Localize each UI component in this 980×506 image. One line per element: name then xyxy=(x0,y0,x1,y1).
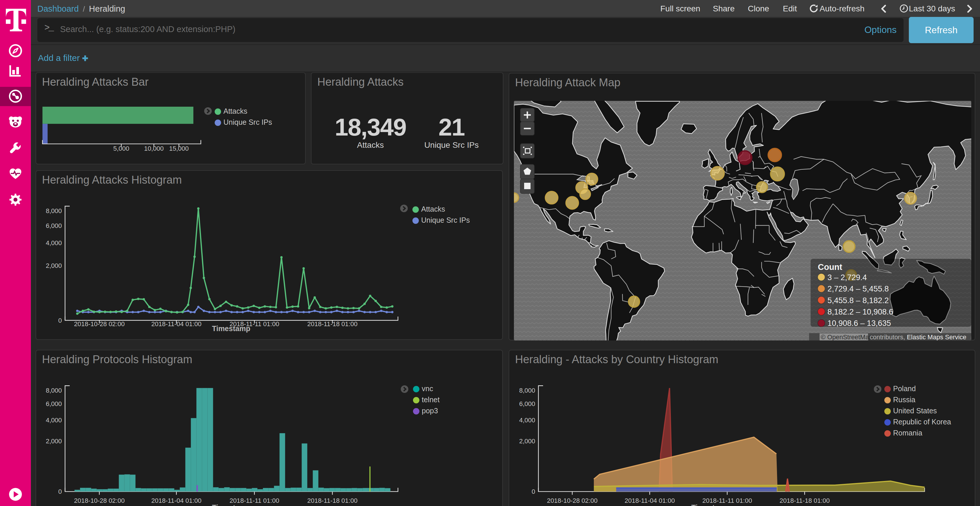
svg-text:2018-10-28 02:00: 2018-10-28 02:00 xyxy=(74,497,125,504)
svg-text:4,000: 4,000 xyxy=(46,417,62,424)
svg-text:10,000: 10,000 xyxy=(144,145,164,152)
svg-text:8,182.2 – 10,908.6: 8,182.2 – 10,908.6 xyxy=(827,308,893,316)
svg-text:5,000: 5,000 xyxy=(113,145,129,152)
svg-text:contributors, Elastic Maps Ser: contributors, Elastic Maps Service xyxy=(870,333,966,341)
svg-text:2,000: 2,000 xyxy=(46,262,62,269)
svg-text:6,000: 6,000 xyxy=(519,400,535,408)
svg-text:Timestamp: Timestamp xyxy=(212,324,251,333)
svg-text:6,000: 6,000 xyxy=(46,400,62,408)
svg-text:0: 0 xyxy=(58,488,62,495)
svg-text:0: 0 xyxy=(58,317,62,324)
svg-text:6,000: 6,000 xyxy=(46,222,62,229)
svg-text:0: 0 xyxy=(532,488,535,495)
svg-text:10,908.6 – 13,635: 10,908.6 – 13,635 xyxy=(827,319,891,328)
svg-text:15,000: 15,000 xyxy=(169,145,189,152)
svg-text:8,000: 8,000 xyxy=(46,387,62,394)
svg-text:3 – 2,729.4: 3 – 2,729.4 xyxy=(827,273,867,282)
svg-text:2,000: 2,000 xyxy=(46,438,62,445)
svg-text:2018-11-04 01:00: 2018-11-04 01:00 xyxy=(151,320,202,328)
svg-text:4,000: 4,000 xyxy=(519,417,535,424)
svg-text:2018-11-18 01:00: 2018-11-18 01:00 xyxy=(307,320,358,328)
svg-text:8,000: 8,000 xyxy=(519,387,535,394)
svg-text:Timestamp: Timestamp xyxy=(691,503,730,506)
svg-text:5,455.8 – 8,182.2: 5,455.8 – 8,182.2 xyxy=(827,296,889,305)
svg-text:2018-11-04 01:00: 2018-11-04 01:00 xyxy=(625,497,675,504)
svg-text:2018-10-28 02:00: 2018-10-28 02:00 xyxy=(547,497,598,504)
svg-text:4,000: 4,000 xyxy=(46,239,62,247)
svg-text:2,729.4 – 5,455.8: 2,729.4 – 5,455.8 xyxy=(827,284,889,293)
svg-text:2018-10-28 02:00: 2018-10-28 02:00 xyxy=(74,320,125,328)
svg-text:2018-11-18 01:00: 2018-11-18 01:00 xyxy=(307,497,358,504)
svg-text:Timestamp: Timestamp xyxy=(212,503,251,506)
svg-text:2018-11-18 01:00: 2018-11-18 01:00 xyxy=(780,497,830,504)
svg-text:Count: Count xyxy=(818,262,842,272)
svg-text:2,000: 2,000 xyxy=(519,438,535,445)
svg-text:8,000: 8,000 xyxy=(46,207,62,214)
svg-text:2018-11-04 01:00: 2018-11-04 01:00 xyxy=(151,497,202,504)
svg-text:© OpenStreetMap: © OpenStreetMap xyxy=(821,333,873,341)
